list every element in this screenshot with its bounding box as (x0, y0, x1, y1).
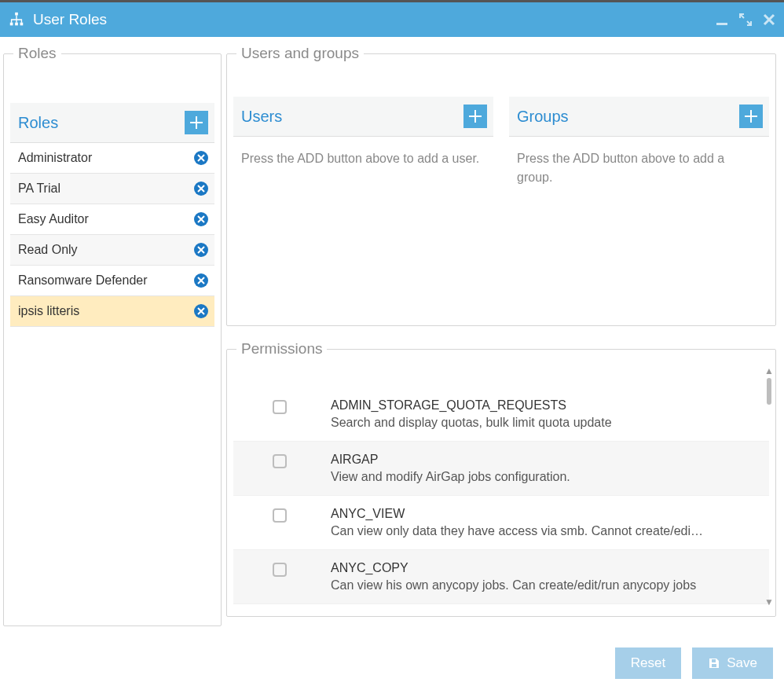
roles-legend: Roles (13, 45, 61, 62)
permission-desc: Can view his own anycopy jobs. Can creat… (331, 578, 753, 592)
delete-role-icon[interactable] (194, 243, 208, 257)
save-button-label: Save (727, 655, 757, 671)
role-item[interactable]: Administrator (10, 143, 214, 174)
permission-row: AIRGAPView and modify AirGap jobs config… (233, 442, 769, 496)
scroll-up-icon[interactable]: ▲ (764, 365, 774, 376)
permission-checkbox[interactable] (273, 508, 287, 523)
permissions-panel: Permissions ADMIN_STORAGE_QUOTA_REQUESTS… (226, 340, 776, 617)
role-item-label: Ransomware Defender (18, 273, 148, 288)
permission-desc: View and modify AirGap jobs configuratio… (331, 470, 753, 484)
permission-checkbox[interactable] (273, 454, 287, 468)
permissions-scrollbar[interactable]: ▲ ▼ (764, 365, 774, 607)
add-group-button[interactable] (739, 105, 763, 128)
permission-checkbox[interactable] (273, 400, 287, 414)
svg-rect-4 (716, 23, 727, 25)
users-groups-legend: Users and groups (236, 45, 364, 62)
role-item-label: PA Trial (18, 182, 60, 196)
permission-desc: Can view only data they have access via … (331, 524, 753, 538)
permission-name: ADMIN_STORAGE_QUOTA_REQUESTS (331, 398, 753, 413)
role-item[interactable]: ipsis litteris (10, 296, 214, 327)
groups-header-label: Groups (517, 108, 569, 126)
delete-role-icon[interactable] (194, 304, 208, 318)
permission-name: ANYC_COPY (331, 561, 753, 575)
roles-panel: Roles Roles AdministratorPA TrialEasy Au… (3, 45, 222, 626)
role-item-label: Administrator (18, 151, 92, 165)
delete-role-icon[interactable] (194, 151, 208, 165)
add-role-button[interactable] (185, 111, 208, 134)
permission-desc: Search and display quotas, bulk limit qu… (331, 416, 753, 430)
permission-row: ANYC_COPYCan view his own anycopy jobs. … (233, 550, 769, 604)
delete-role-icon[interactable] (194, 212, 208, 226)
permission-row: ADMIN_STORAGE_QUOTA_REQUESTSSearch and d… (233, 387, 769, 442)
window-titlebar: User Roles (0, 2, 784, 37)
role-item-label: Read Only (18, 243, 78, 257)
close-button[interactable] (762, 13, 776, 27)
svg-rect-1 (10, 23, 13, 26)
permission-row: ANYC_VIEWCan view only data they have ac… (233, 496, 769, 550)
scroll-thumb[interactable] (767, 378, 771, 405)
role-item[interactable]: PA Trial (10, 174, 214, 204)
reset-button-label: Reset (631, 655, 665, 671)
permissions-legend: Permissions (236, 340, 327, 358)
svg-rect-3 (20, 23, 24, 26)
add-user-button[interactable] (463, 105, 487, 128)
permission-name: ANYC_VIEW (331, 507, 753, 521)
users-header-label: Users (241, 108, 282, 126)
role-item[interactable]: Easy Auditor (10, 204, 214, 235)
delete-role-icon[interactable] (194, 273, 208, 288)
roles-header-label: Roles (18, 114, 58, 132)
sitemap-icon (8, 11, 25, 28)
window-title: User Roles (33, 11, 715, 28)
permission-checkbox[interactable] (273, 563, 287, 577)
delete-role-icon[interactable] (194, 182, 208, 196)
svg-rect-2 (15, 23, 18, 26)
svg-rect-0 (15, 13, 18, 16)
scroll-down-icon[interactable]: ▼ (764, 596, 774, 607)
users-empty-message: Press the ADD button above to add a user… (233, 137, 493, 176)
role-item[interactable]: Read Only (10, 235, 214, 266)
save-icon (708, 657, 720, 669)
reset-button[interactable]: Reset (615, 647, 681, 679)
role-item-label: ipsis litteris (18, 304, 79, 318)
groups-empty-message: Press the ADD button above to add a grou… (509, 137, 769, 195)
minimize-button[interactable] (715, 13, 729, 27)
users-groups-panel: Users and groups Users Press the ADD but… (226, 45, 776, 326)
maximize-button[interactable] (738, 13, 753, 27)
role-item-label: Easy Auditor (18, 212, 89, 226)
save-button[interactable]: Save (692, 647, 773, 679)
permission-row: ANYC_ADMIN (233, 604, 769, 609)
role-item[interactable]: Ransomware Defender (10, 266, 214, 296)
permission-name: AIRGAP (331, 453, 753, 467)
